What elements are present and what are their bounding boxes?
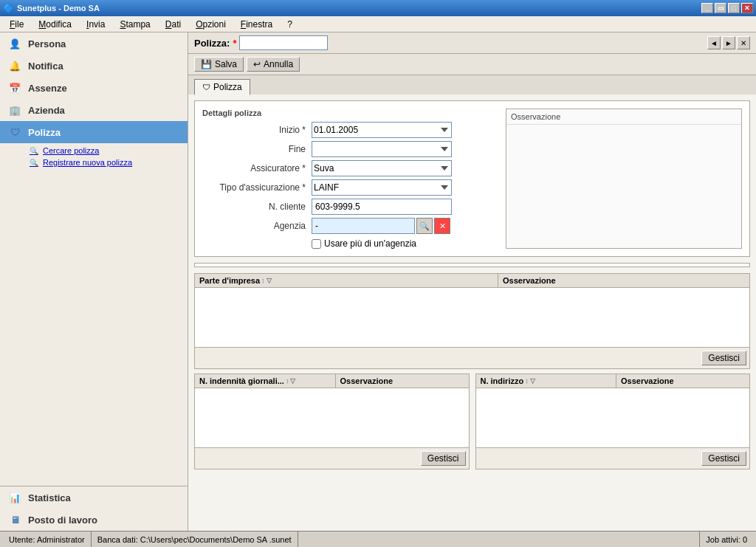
delete-icon: ✕ [439,221,446,231]
nav-prev-btn[interactable]: ◄ [707,36,721,49]
sidebar-sub-cercare-label: Cercare polizza [43,146,99,155]
left-grid-header: N. indennità giornali... ↕ ▽ Osservazion… [195,374,469,388]
main-gestisci-btn[interactable]: Gestisci [701,351,746,365]
menu-opzioni[interactable]: Opzioni [189,17,233,32]
tipo-select[interactable]: LAINF [312,179,452,196]
checkbox-row: Usare più di un'agenzia [202,238,500,249]
sidebar-label-polizza: Polizza [28,127,61,138]
col-obs-right-label: Osservazione [621,376,674,385]
sidebar-sub-polizza: 🔍 Cercare polizza 🔍 Registrare nuova pol… [0,143,188,170]
form-left-panel: Dettagli polizza Inizio * 01.01.2005 Fin… [202,109,500,249]
required-marker: * [233,38,236,49]
close-btn[interactable]: ✕ [741,3,753,13]
sidebar-label-posto: Posto di lavoro [28,515,97,526]
sidebar-sub-cercare[interactable]: 🔍 Cercare polizza [27,145,188,156]
cancel-button[interactable]: ↩ Annulla [247,57,300,72]
menu-stampa[interactable]: Stampa [113,17,157,32]
col-indirizzo-sort-icon[interactable]: ↕ [525,377,529,385]
col-indirizzo-label: N. indirizzo [481,376,524,385]
cliente-input[interactable] [312,199,452,215]
calendar-icon: 📅 [7,80,22,95]
main-grid-body [195,288,749,347]
tab-polizza[interactable]: 🛡 Polizza [194,79,250,95]
menu-file[interactable]: File [3,17,30,32]
fine-select[interactable] [312,141,452,157]
col-obs-right: Osservazione [616,374,749,388]
sidebar-item-statistica[interactable]: 📊 Statistica [0,486,188,509]
chart-icon: 📊 [7,490,22,505]
sidebar-item-assenze[interactable]: 📅 Assenze [0,77,188,99]
col-parte-sort-icon[interactable]: ↕ [261,277,265,284]
sidebar-item-polizza[interactable]: 🛡 Polizza [0,121,188,143]
main-grid-footer: Gestisci [195,347,749,368]
assicuratore-select[interactable]: Suva [312,160,452,176]
tab-polizza-label: Polizza [213,82,242,92]
menu-dati[interactable]: Dati [159,17,188,32]
nav-close-btn[interactable]: ✕ [737,36,750,49]
window-title: Sunetplus - Demo SA [17,4,100,13]
col-indirizzo-filter-icon[interactable]: ▽ [530,377,535,385]
content-area: Polizza: * ◄ ► ✕ 💾 Salva ↩ Annulla [188,32,756,531]
sidebar-item-azienda[interactable]: 🏢 Azienda [0,99,188,121]
right-grid-footer: Gestisci [476,447,750,469]
inizio-select[interactable]: 01.01.2005 [312,122,452,138]
form-area: Dettagli polizza Inizio * 01.01.2005 Fin… [188,94,756,531]
gestisci-left-label: Gestisci [427,453,459,464]
search-icon: 🔍 [419,221,430,231]
title-bar: 🔷 Sunetplus - Demo SA _ ▭ □ ✕ [0,0,756,16]
right-grid: N. indirizzo ↕ ▽ Osservazione Gestisc [475,374,751,469]
top-section: Dettagli polizza Inizio * 01.01.2005 Fin… [194,100,750,257]
col-indennita-label: N. indennità giornali... [199,376,284,385]
left-grid: N. indennità giornali... ↕ ▽ Osservazion… [194,374,470,469]
status-jobs-label: Job attivi: 0 [706,535,747,544]
inizio-label: Inizio * [202,125,306,135]
dettagli-title: Dettagli polizza [202,109,500,117]
bottom-grid-left: N. indennità giornali... ↕ ▽ Osservazion… [194,374,470,474]
minimize-btn[interactable]: _ [701,3,713,13]
menu-finestra[interactable]: Finestra [234,17,279,32]
status-user: Utente: Administrator [3,531,92,547]
col-indennita-filter-icon[interactable]: ▽ [290,377,295,385]
right-gestisci-btn[interactable]: Gestisci [701,451,746,466]
sidebar-item-notifica[interactable]: 🔔 Notifica [0,55,188,77]
usare-checkbox[interactable] [312,239,321,249]
nav-next-btn[interactable]: ► [722,36,735,49]
menu-invia[interactable]: Invia [80,17,111,32]
field-assicuratore: Assicuratore * Suva [202,160,500,176]
sidebar-item-persona[interactable]: 👤 Persona [0,32,188,55]
right-grid-body [476,388,750,447]
sidebar-sub-registrare[interactable]: 🔍 Registrare nuova polizza [27,156,188,168]
observation-panel: Osservazione [506,109,742,249]
sidebar-bottom: 📊 Statistica 🖥 Posto di lavoro [0,486,188,531]
left-grid-body [195,388,469,447]
agenzia-search-btn[interactable]: 🔍 [416,218,433,234]
agenzia-delete-btn[interactable]: ✕ [434,218,450,234]
col-indennita-sort-icon[interactable]: ↕ [286,377,289,385]
save-icon: 💾 [201,59,212,69]
main-grid-header: Parte d'impresa ↕ ▽ Osservazione [195,274,749,288]
polizza-title-row: Polizza: * [194,35,328,50]
polizza-id-input[interactable] [239,35,328,50]
menu-help[interactable]: ? [281,17,299,32]
status-db: Banca dati: C:\Users\pec\Documents\Demo … [92,531,298,547]
menu-modifica[interactable]: Modifica [32,17,78,32]
sidebar-item-posto[interactable]: 🖥 Posto di lavoro [0,509,188,531]
sidebar-label-statistica: Statistica [28,492,71,503]
content-header: Polizza: * ◄ ► ✕ [188,32,756,54]
field-inizio: Inizio * 01.01.2005 [202,122,500,138]
bottom-grids: N. indennità giornali... ↕ ▽ Osservazion… [194,374,750,474]
app-icon: 🔷 [3,3,14,13]
agenzia-input[interactable] [312,218,415,234]
status-db-label: Banca dati: C:\Users\pec\Documents\Demo … [97,535,292,544]
agenzia-label: Agenzia [202,221,306,231]
save-button[interactable]: 💾 Salva [194,57,244,72]
left-gestisci-btn[interactable]: Gestisci [421,451,466,466]
fine-label: Fine [202,144,306,154]
restore-btn[interactable]: ▭ [715,3,726,13]
maximize-btn[interactable]: □ [728,3,740,13]
person-icon: 👤 [7,36,22,51]
col-obs-left-label: Osservazione [340,376,394,385]
col-parte-filter-icon[interactable]: ▽ [267,277,272,284]
field-fine: Fine [202,141,500,157]
save-label: Salva [215,59,237,69]
